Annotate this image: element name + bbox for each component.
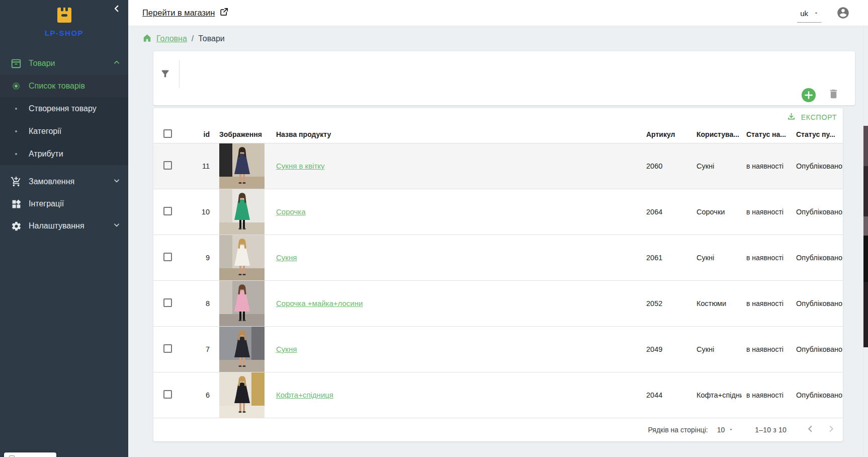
rows-per-page-value: 10 <box>717 426 725 434</box>
column-header-publish-status[interactable]: Статус пу... <box>792 126 843 143</box>
row-checkbox[interactable] <box>163 253 172 261</box>
sidebar-item-create-product[interactable]: Створення товару <box>0 97 128 120</box>
sidebar-nav: Товари Список товарів Створення товару К… <box>0 52 128 237</box>
cell-id: 11 <box>178 143 213 189</box>
table-row[interactable]: 11 Сукня в квітку2060Сукнів наявностіОпу… <box>153 143 843 189</box>
delete-selected-button[interactable] <box>828 88 839 101</box>
cell-name: Сукня <box>270 326 642 372</box>
cell-stock-status: в наявності <box>742 280 792 326</box>
pagination: Рядків на сторінці: 10 1–10 з 10 <box>153 418 843 441</box>
table-header-row: id Зображення Назва продукту Артикул Кор… <box>153 126 843 143</box>
row-checkbox-cell <box>153 326 178 372</box>
language-value: uk <box>800 9 808 18</box>
bullet-icon <box>10 108 22 110</box>
cell-name: Сукня <box>270 235 642 280</box>
row-checkbox[interactable] <box>163 207 172 215</box>
product-link[interactable]: Сорочка <box>276 207 306 216</box>
sidebar-item-integrations[interactable]: Інтеграції <box>0 193 128 215</box>
cell-sku: 2060 <box>642 143 692 189</box>
cell-id: 9 <box>178 235 213 280</box>
sidebar-item-label: Товари <box>29 59 113 68</box>
cell-image <box>213 372 270 418</box>
table-row[interactable]: 6 Кофта+спідниця2044Кофта+спідницв наявн… <box>153 372 843 418</box>
product-thumbnail <box>219 281 265 326</box>
row-checkbox[interactable] <box>163 161 172 170</box>
external-link-icon <box>219 7 229 19</box>
cell-sku: 2061 <box>642 235 692 280</box>
next-page-button[interactable] <box>824 421 839 438</box>
sidebar-item-label: Інтеграції <box>29 199 120 208</box>
rows-per-page-select[interactable]: 10 <box>717 426 734 434</box>
cell-sku: 2052 <box>642 280 692 326</box>
account-avatar-icon[interactable] <box>836 6 850 20</box>
cell-publish-status: Опубліковано <box>792 326 843 372</box>
select-all-checkbox[interactable] <box>163 129 172 138</box>
table-row[interactable]: 9 Сукня2061Сукнів наявностіОпубліковано <box>153 235 843 280</box>
cell-image <box>213 235 270 280</box>
product-link[interactable]: Сукня <box>276 345 297 353</box>
breadcrumb-separator: / <box>192 34 194 43</box>
right-edge-sliver <box>863 26 868 457</box>
cell-publish-status: Опубліковано <box>792 143 843 189</box>
product-thumbnail <box>219 372 265 418</box>
cell-stock-status: в наявності <box>742 143 792 189</box>
product-link[interactable]: Сукня в квітку <box>276 162 325 170</box>
product-link[interactable]: Сорочка +майка+лосини <box>276 299 363 308</box>
language-select[interactable]: uk <box>797 7 821 23</box>
prev-page-button[interactable] <box>803 421 818 438</box>
row-checkbox[interactable] <box>163 390 172 399</box>
breadcrumb-current: Товари <box>198 34 224 43</box>
chevron-up-icon <box>113 59 120 68</box>
cell-publish-status: Опубліковано <box>792 189 843 235</box>
export-button[interactable]: ЕКСПОРТ <box>787 112 837 123</box>
sidebar-item-categories[interactable]: Категорії <box>0 120 128 142</box>
sidebar-item-attributes[interactable]: Атрибути <box>0 142 128 165</box>
row-checkbox[interactable] <box>163 344 172 353</box>
cell-id: 10 <box>178 189 213 235</box>
cell-publish-status: Опубліковано <box>792 372 843 418</box>
product-link[interactable]: Сукня <box>276 253 297 262</box>
product-thumbnail <box>219 327 265 372</box>
cart-plus-icon <box>10 176 22 188</box>
pagination-range: 1–10 з 10 <box>755 426 787 434</box>
row-checkbox[interactable] <box>163 298 172 307</box>
column-header-image[interactable]: Зображення <box>213 126 270 143</box>
cell-category: Костюми <box>692 280 742 326</box>
cell-image <box>213 280 270 326</box>
add-product-button[interactable] <box>801 88 816 103</box>
topbar-right: uk <box>797 3 850 23</box>
cell-publish-status: Опубліковано <box>792 280 843 326</box>
table-row[interactable]: 7 Сукня2049Сукнів наявностіОпубліковано <box>153 326 843 372</box>
column-header-stock-status[interactable]: Статус на... <box>742 126 792 143</box>
table-body: 11 Сукня в квітку2060Сукнів наявностіОпу… <box>153 143 843 418</box>
cell-stock-status: в наявності <box>742 189 792 235</box>
table-row[interactable]: 10 Сорочка2064Сорочкив наявностіОпубліко… <box>153 189 843 235</box>
cell-name: Сорочка <box>270 189 642 235</box>
store-link[interactable]: Перейти в магазин <box>142 7 229 19</box>
sidebar-item-orders[interactable]: Замовлення <box>0 171 128 193</box>
export-row: ЕКСПОРТ <box>153 108 843 126</box>
breadcrumb-home-link[interactable]: Головна <box>156 34 187 43</box>
breadcrumb: Головна / Товари <box>142 26 868 51</box>
logo[interactable]: LP-SHOP <box>0 0 128 37</box>
cell-category: Сукні <box>692 143 742 189</box>
app-root: LP-SHOP Товари Список товарів <box>0 0 868 457</box>
caret-down-icon <box>813 9 819 18</box>
sidebar-item-settings[interactable]: Налаштування <box>0 215 128 237</box>
table-row[interactable]: 8 Сорочка +майка+лосини2052Костюмив наяв… <box>153 280 843 326</box>
cell-category: Сорочки <box>692 189 742 235</box>
column-header-name[interactable]: Назва продукту <box>270 126 642 143</box>
content: Головна / Товари <box>128 26 868 457</box>
sidebar-collapse-button[interactable] <box>112 4 121 15</box>
filter-button[interactable] <box>160 68 170 81</box>
cell-name: Сорочка +майка+лосини <box>270 280 642 326</box>
sidebar-item-product-list[interactable]: Список товарів <box>0 74 128 97</box>
sidebar-item-products[interactable]: Товари <box>0 52 128 74</box>
export-label: ЕКСПОРТ <box>801 113 837 121</box>
column-header-id[interactable]: id <box>178 126 213 143</box>
logo-text: LP-SHOP <box>0 29 128 37</box>
product-link[interactable]: Кофта+спідниця <box>276 391 333 399</box>
cell-id: 8 <box>178 280 213 326</box>
column-header-category[interactable]: Користува... <box>692 126 742 143</box>
column-header-sku[interactable]: Артикул <box>642 126 692 143</box>
